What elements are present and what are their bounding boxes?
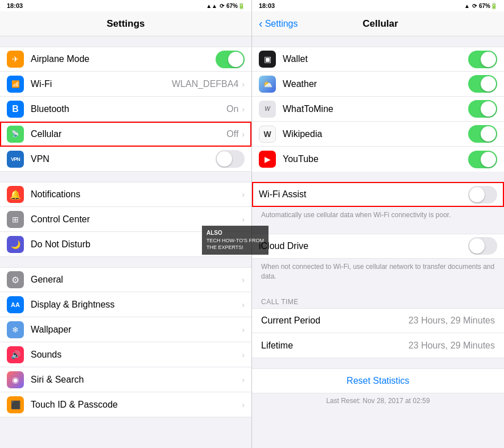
touchid-label: Touch ID & Passcode — [31, 400, 242, 410]
left-settings-list: ✈ Airplane Mode 📶 Wi-Fi WLAN_DEFBA4 › B … — [0, 36, 251, 448]
row-notifications[interactable]: 🔔 Notifications › — [0, 182, 251, 207]
row-wikipedia[interactable]: W Wikipedia — [252, 122, 504, 147]
wifi-assist-toggle[interactable] — [468, 186, 497, 204]
youtube-toggle[interactable] — [468, 151, 497, 168]
sounds-icon: 🔊 — [7, 346, 24, 363]
right-panel: 18:03 ▲ ⟳ 67%🔋 ‹ Settings Cellular ▣ Wal… — [252, 0, 504, 448]
sounds-label: Sounds — [31, 350, 242, 360]
cellular-label: Cellular — [31, 129, 226, 139]
row-airplane[interactable]: ✈ Airplane Mode — [0, 47, 251, 72]
left-status-icons: ▲▲ ⟳ 67%🔋 — [206, 3, 245, 9]
row-bluetooth[interactable]: B Bluetooth On › — [0, 97, 251, 122]
row-weather[interactable]: ⛅ Weather — [252, 72, 504, 97]
donotdisturb-chevron: › — [242, 240, 245, 249]
row-touchid[interactable]: ⬛ Touch ID & Passcode › — [0, 392, 251, 417]
icloud-section: iCloud Drive When not connected to Wi-Fi… — [252, 234, 504, 285]
row-control-center[interactable]: ⊞ Control Center › — [0, 207, 251, 232]
lifetime-value: 23 Hours, 29 Minutes — [408, 341, 495, 351]
right-list: ▣ Wallet ⛅ Weather W WhatToMine W Wikipe… — [252, 36, 504, 448]
icloud-description: When not connected to Wi-Fi, use cellula… — [252, 259, 504, 285]
vpn-toggle[interactable] — [216, 150, 245, 168]
wifi-status-icon: ⟳ — [220, 3, 224, 9]
weather-icon: ⛅ — [259, 76, 276, 93]
row-general[interactable]: ⚙ General › — [0, 267, 251, 292]
wifi-assist-section: Wi-Fi Assist Automatically use cellular … — [252, 182, 504, 223]
wallet-toggle[interactable] — [468, 51, 497, 68]
right-battery-icon: 67%🔋 — [479, 3, 497, 9]
right-title: Cellular — [298, 18, 463, 30]
row-vpn[interactable]: VPN VPN — [0, 147, 251, 172]
signal-icon: ▲▲ — [206, 3, 217, 9]
row-wifi[interactable]: 📶 Wi-Fi WLAN_DEFBA4 › — [0, 72, 251, 97]
back-button[interactable]: ‹ Settings — [259, 17, 298, 30]
back-chevron-icon: ‹ — [259, 17, 263, 30]
control-icon: ⊞ — [7, 211, 24, 228]
wallpaper-icon: ❄ — [7, 321, 24, 338]
vpn-label: VPN — [31, 154, 216, 164]
touchid-icon: ⬛ — [7, 396, 24, 413]
donotdisturb-label: Do Not Disturb — [31, 239, 242, 250]
row-siri[interactable]: ◉ Siri & Search › — [0, 367, 251, 392]
wikipedia-icon: W — [259, 126, 276, 143]
wifi-value: WLAN_DEFBA4 — [172, 79, 238, 89]
display-label: Display & Brightness — [31, 300, 242, 310]
cellular-chevron: › — [242, 130, 245, 139]
icloud-toggle[interactable] — [468, 237, 497, 255]
whattomine-icon: W — [259, 101, 276, 118]
lifetime-row: Lifetime 23 Hours, 29 Minutes — [252, 333, 504, 358]
preferences-section: ⚙ General › AA Display & Brightness › ❄ … — [0, 267, 251, 417]
back-label: Settings — [265, 19, 298, 29]
control-label: Control Center — [31, 214, 242, 225]
wifi-label: Wi-Fi — [31, 79, 172, 89]
general-icon: ⚙ — [7, 271, 24, 288]
call-time-section: CALL TIME Current Period 23 Hours, 29 Mi… — [252, 294, 504, 358]
siri-icon: ◉ — [7, 371, 24, 388]
reset-link[interactable]: Reset Statistics — [261, 376, 495, 386]
cellular-icon: 📡 — [7, 126, 24, 143]
siri-chevron: › — [242, 375, 245, 384]
donotdisturb-icon: 🌙 — [7, 236, 24, 253]
current-period-label: Current Period — [261, 316, 408, 326]
wallet-label: Wallet — [283, 54, 468, 64]
wifi-assist-label: Wi-Fi Assist — [259, 189, 468, 200]
bluetooth-chevron: › — [242, 105, 245, 114]
wikipedia-label: Wikipedia — [283, 129, 468, 139]
wallet-icon: ▣ — [259, 51, 276, 68]
row-youtube[interactable]: ▶ YouTube — [252, 147, 504, 172]
display-icon: AA — [7, 296, 24, 313]
bluetooth-icon: B — [7, 101, 24, 118]
display-chevron: › — [242, 300, 245, 309]
cellular-value: Off — [226, 129, 238, 139]
row-display[interactable]: AA Display & Brightness › — [0, 292, 251, 317]
reset-section[interactable]: Reset Statistics — [252, 368, 504, 393]
general-label: General — [31, 275, 242, 285]
row-wallet[interactable]: ▣ Wallet — [252, 47, 504, 72]
left-navbar: Settings — [0, 11, 251, 36]
notifications-icon: 🔔 — [7, 186, 24, 203]
airplane-toggle[interactable] — [216, 51, 245, 68]
weather-label: Weather — [283, 79, 468, 89]
row-wallpaper[interactable]: ❄ Wallpaper › — [0, 317, 251, 342]
row-donotdisturb[interactable]: 🌙 Do Not Disturb › — [0, 232, 251, 257]
icloud-drive-row[interactable]: iCloud Drive — [252, 234, 504, 259]
left-time: 18:03 — [7, 2, 23, 9]
lifetime-label: Lifetime — [261, 341, 408, 351]
wifi-assist-row[interactable]: Wi-Fi Assist — [252, 182, 504, 207]
siri-label: Siri & Search — [31, 375, 242, 385]
row-sounds[interactable]: 🔊 Sounds › — [0, 342, 251, 367]
right-wifi-icon: ⟳ — [472, 3, 477, 9]
weather-toggle[interactable] — [468, 75, 497, 93]
whattomine-toggle[interactable] — [468, 100, 497, 118]
row-cellular[interactable]: 📡 Cellular Off › — [0, 122, 251, 147]
wallpaper-label: Wallpaper — [31, 325, 242, 335]
battery-icon: 67%🔋 — [226, 3, 245, 9]
wikipedia-toggle[interactable] — [468, 125, 497, 143]
wallpaper-chevron: › — [242, 325, 245, 334]
left-status-bar: 18:03 ▲▲ ⟳ 67%🔋 — [0, 0, 251, 11]
right-status-bar: 18:03 ▲ ⟳ 67%🔋 — [252, 0, 504, 11]
left-title: Settings — [106, 18, 144, 30]
call-time-section-label: CALL TIME — [252, 294, 504, 308]
bluetooth-label: Bluetooth — [31, 104, 226, 114]
left-panel: 18:03 ▲▲ ⟳ 67%🔋 Settings ✈ Airplane Mode… — [0, 0, 252, 448]
row-whattomine[interactable]: W WhatToMine — [252, 97, 504, 122]
